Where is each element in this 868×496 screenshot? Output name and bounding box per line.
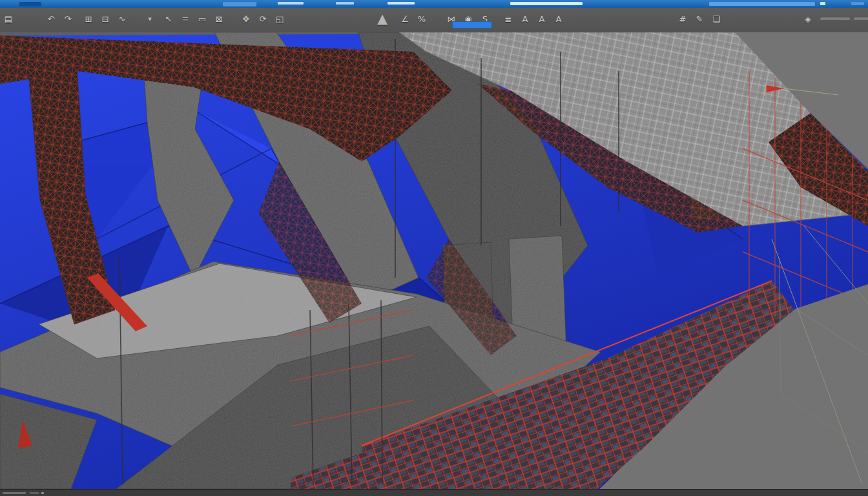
titlebar-text-blur <box>709 2 815 6</box>
text-tool-a-outline-icon[interactable]: A <box>550 10 567 27</box>
select-and-move-icon[interactable]: ✥ <box>238 10 254 27</box>
viewport-3d[interactable] <box>0 32 868 489</box>
select-by-name-icon[interactable]: ≡ <box>177 10 194 27</box>
text-tool-a-icon[interactable]: A <box>517 10 533 27</box>
status-bar <box>0 489 868 496</box>
app-logo-icon[interactable]: ▤ <box>0 10 17 27</box>
window-title-bar <box>0 0 868 8</box>
snap-toggle-icon[interactable]: ▲ <box>371 10 394 27</box>
main-toolbar: ▤↶↷⊞⊟∿▾↖≡▭⊠✥⟳◱▲∠%⋈◉S≣AAA#✎❏◈ <box>0 8 868 33</box>
selection-filter-dropdown-icon[interactable]: ▾ <box>140 10 160 27</box>
toolbar-spacer <box>567 19 674 19</box>
text-tool-a-slant-icon[interactable]: A <box>533 10 550 27</box>
toolbar-spacer <box>130 19 140 19</box>
toolbar-label-blur <box>854 17 868 20</box>
titlebar-text-blur <box>851 2 864 5</box>
titlebar-text-blur <box>510 2 583 5</box>
select-link-icon[interactable]: ⊞ <box>80 10 97 27</box>
scene-3d-mesh <box>0 32 868 489</box>
status-text-blur <box>3 492 26 494</box>
titlebar-text-blur <box>278 2 304 5</box>
percent-snap-icon[interactable]: % <box>413 10 430 27</box>
select-and-scale-icon[interactable]: ◱ <box>271 10 288 27</box>
angle-snap-icon[interactable]: ∠ <box>397 10 413 27</box>
toolbar-spacer <box>17 19 43 19</box>
align-icon[interactable]: ≣ <box>500 10 517 27</box>
toolbar-icon-row: ▤↶↷⊞⊟∿▾↖≡▭⊠✥⟳◱▲∠%⋈◉S≣AAA#✎❏◈ <box>0 9 868 28</box>
render-pencil-icon[interactable]: ✎ <box>691 10 708 27</box>
titlebar-text-blur <box>820 2 825 5</box>
security-shield-icon[interactable]: ◈ <box>800 10 816 27</box>
toolbar-spacer <box>288 19 371 19</box>
redo-icon[interactable]: ↷ <box>59 10 76 27</box>
active-tool-highlight-field[interactable] <box>452 21 492 28</box>
status-text-blur <box>41 492 44 494</box>
titlebar-text-blur <box>19 2 41 6</box>
bind-to-spacewarp-icon[interactable]: ∿ <box>114 10 130 27</box>
status-text-blur <box>30 492 39 494</box>
titlebar-text-blur <box>336 2 354 5</box>
rectangular-selection-region-icon[interactable]: ▭ <box>194 10 211 27</box>
window-crossing-toggle-icon[interactable]: ⊠ <box>211 10 227 27</box>
graph-editor-icon[interactable]: # <box>674 10 691 27</box>
layer-manager-icon[interactable]: ❏ <box>708 10 725 27</box>
toolbar-label-blur <box>820 17 850 20</box>
undo-icon[interactable]: ↶ <box>43 10 59 27</box>
select-and-rotate-icon[interactable]: ⟳ <box>254 10 271 27</box>
application-window: { "theme": { "accent": "#2f7fe3", "title… <box>0 0 868 496</box>
toolbar-spacer <box>430 19 443 19</box>
toolbar-spacer <box>493 19 500 19</box>
select-object-cursor-icon[interactable]: ↖ <box>160 10 177 27</box>
titlebar-text-blur <box>223 2 256 6</box>
toolbar-spacer <box>227 19 238 19</box>
titlebar-text-blur <box>388 2 415 5</box>
unlink-selection-icon[interactable]: ⊟ <box>97 10 114 27</box>
toolbar-spacer <box>725 19 800 19</box>
